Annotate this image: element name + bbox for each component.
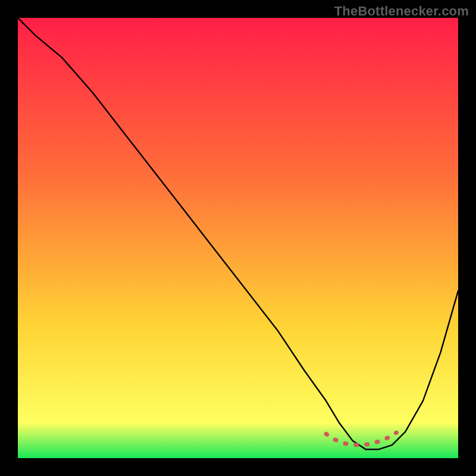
chart-frame: TheBottlenecker.com — [0, 0, 476, 476]
watermark-text: TheBottlenecker.com — [334, 4, 469, 19]
plot-area — [18, 18, 458, 458]
gradient-background — [18, 18, 458, 458]
chart-svg — [18, 18, 458, 458]
